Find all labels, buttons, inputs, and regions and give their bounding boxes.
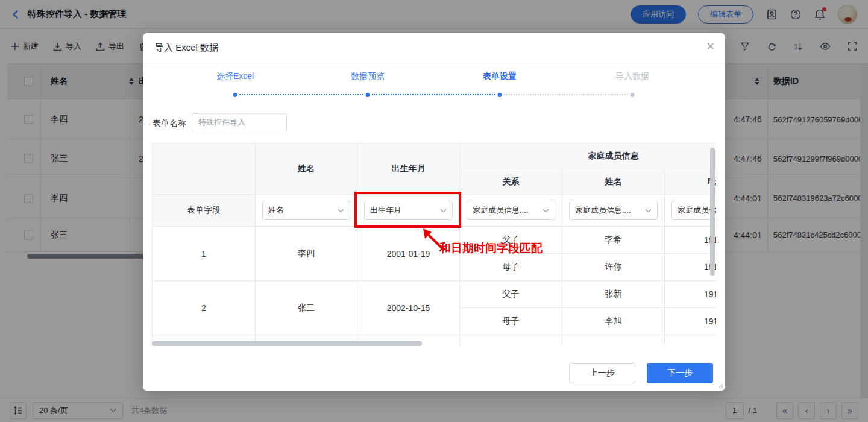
col-header-relation: 关系 <box>460 169 562 195</box>
step-data-preview[interactable]: 数据预览 <box>351 71 385 82</box>
annotation-text: 和日期时间字段匹配 <box>439 241 542 256</box>
modal-header: 导入 Excel 数据 <box>143 33 725 63</box>
field-select-member-name[interactable]: 家庭成员信息.... <box>569 201 658 220</box>
cell-name: 张三 <box>256 281 357 335</box>
cell-member-name: 许你 <box>562 254 665 281</box>
cell-relation: 母子 <box>460 254 562 281</box>
field-select-phone[interactable]: 家庭成员信息.... <box>671 201 716 220</box>
cell-name: 李四 <box>256 227 357 281</box>
step-dot <box>233 93 237 97</box>
step-dot <box>631 93 635 97</box>
cell-birth: 2002-10-15 <box>357 281 460 335</box>
step-form-settings[interactable]: 表单设置 <box>483 71 517 82</box>
import-excel-modal: 导入 Excel 数据 × 选择Excel 数据预览 表单设置 导入数据 表单名… <box>143 33 725 391</box>
modal-vertical-scrollbar[interactable] <box>710 148 715 276</box>
resize-handle-icon[interactable] <box>717 382 723 389</box>
col-header-member-name: 姓名 <box>562 169 665 195</box>
field-row-label: 表单字段 <box>153 195 256 227</box>
step-connector <box>239 94 363 95</box>
form-name-input[interactable]: 特殊控件导入 <box>192 113 287 131</box>
col-header-blank <box>153 143 256 195</box>
close-icon[interactable]: × <box>706 40 714 53</box>
page: 特殊控件导入 - 数据管理 应用访问 编辑表单 <box>0 0 868 422</box>
col-header-phone: 电话 <box>665 169 717 195</box>
step-dot <box>366 93 370 97</box>
col-group-family: 家庭成员信息 <box>460 143 717 169</box>
chevron-down-icon <box>338 209 344 213</box>
field-select-name[interactable]: 姓名 <box>262 201 350 220</box>
previous-step-button[interactable]: 上一步 <box>569 363 635 383</box>
cell-phone: 19177 <box>665 308 717 335</box>
cell-phone: 19199 <box>665 254 717 281</box>
next-step-button[interactable]: 下一步 <box>647 363 713 383</box>
cell-relation: 母子 <box>460 308 562 335</box>
cell-member-name: 李希 <box>562 227 665 254</box>
cell-index: 2 <box>153 281 256 335</box>
step-select-excel[interactable]: 选择Excel <box>216 71 254 82</box>
chevron-down-icon <box>645 209 652 213</box>
cell-index: 1 <box>153 227 256 281</box>
cell-member-name: 张新 <box>562 281 665 308</box>
preview-row: 2 张三 2002-10-15 父子 张新 19177 <box>153 281 717 308</box>
modal-title: 导入 Excel 数据 <box>155 42 218 54</box>
modal-horizontal-scrollbar[interactable] <box>152 341 422 346</box>
step-connector <box>504 94 628 95</box>
highlight-red-box <box>354 192 461 228</box>
step-import-data: 导入数据 <box>615 71 649 82</box>
step-connector <box>372 94 495 95</box>
chevron-down-icon <box>542 209 549 213</box>
col-header-birth: 出生年月 <box>357 143 460 195</box>
step-dot <box>498 93 502 97</box>
cell-relation: 父子 <box>460 281 562 308</box>
form-name-label: 表单名称 <box>153 118 186 129</box>
cell-phone: 19177 <box>665 281 717 308</box>
field-select-relation[interactable]: 家庭成员信息.... <box>467 201 555 220</box>
cell-phone: 19199 <box>665 227 717 254</box>
col-header-name: 姓名 <box>256 143 357 195</box>
cell-member-name: 李旭 <box>562 308 665 335</box>
